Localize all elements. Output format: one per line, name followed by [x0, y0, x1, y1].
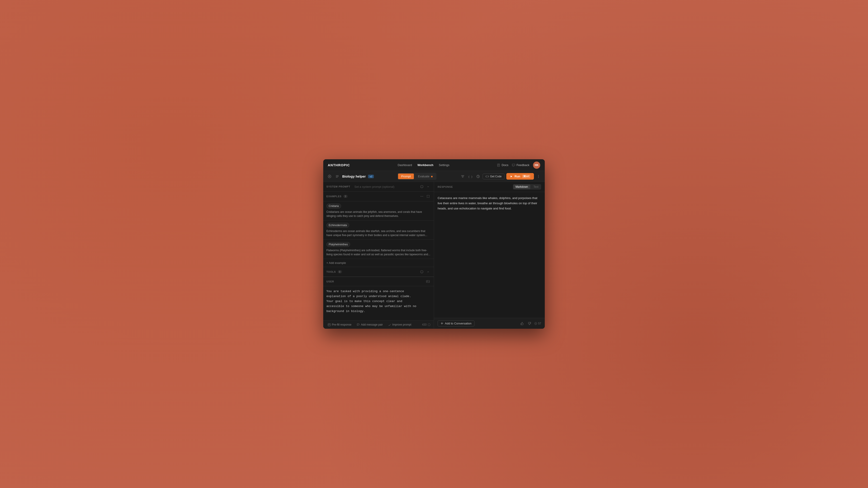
toolbar-right: { } Get Code Run ⌘+↵: [460, 173, 541, 180]
system-prompt-info-button[interactable]: i: [419, 184, 424, 189]
response-text: Cetaceans are marine mammals like whales…: [438, 196, 541, 211]
message-pair-icon: [357, 323, 360, 326]
system-prompt-expand-button[interactable]: [426, 184, 431, 189]
example-text: Echinoderms are ocean animals like starf…: [327, 229, 431, 237]
tools-icons: i: [419, 269, 431, 274]
tab-markdown[interactable]: Markdown: [513, 185, 530, 189]
example-tag[interactable]: Echinodermata: [327, 223, 349, 228]
tab-switcher: Prompt Evaluate: [397, 173, 436, 180]
char-count: 433 i: [422, 323, 431, 326]
svg-point-13: [538, 176, 539, 176]
tab-prompt[interactable]: Prompt: [398, 173, 414, 179]
user-text: You are tasked with providing a one-sent…: [327, 289, 431, 314]
examples-expand-button[interactable]: [426, 194, 431, 199]
svg-point-12: [538, 175, 539, 175]
example-item: Cnidaria Cnidarians are ocean animals li…: [323, 201, 434, 221]
improve-prompt-button[interactable]: Improve prompt: [387, 322, 412, 327]
docs-button[interactable]: Docs: [497, 163, 508, 167]
svg-point-14: [538, 177, 539, 177]
user-image-button[interactable]: [425, 279, 431, 284]
example-item: Echinodermata Echinoderms are ocean anim…: [323, 221, 434, 240]
run-button[interactable]: Run ⌘+↵: [506, 173, 534, 180]
app-window: ANTHROPIC Dashboard Workbench Settings D…: [323, 159, 545, 329]
char-info-icon: i: [428, 323, 431, 326]
tools-expand-button[interactable]: [426, 269, 431, 274]
example-tag[interactable]: Platyhelminthes: [327, 242, 350, 247]
project-title: Biology helper: [342, 174, 366, 178]
thumbs-up-button[interactable]: [520, 321, 525, 326]
examples-count: 3: [343, 195, 348, 198]
tools-count: 0: [338, 270, 342, 273]
code-icon: [486, 175, 489, 178]
list-button[interactable]: [335, 174, 340, 179]
toolbar-left: Biology helper v2: [327, 174, 374, 179]
nav-dashboard[interactable]: Dashboard: [398, 162, 412, 168]
response-label: RESPONSE: [438, 186, 453, 188]
avatar[interactable]: HK: [533, 162, 540, 169]
left-panel: SYSTEM PROMPT Set a system prompt (optio…: [323, 182, 434, 329]
main-content: SYSTEM PROMPT Set a system prompt (optio…: [323, 182, 545, 329]
evaluate-dot: [431, 176, 433, 177]
user-content[interactable]: You are tasked with providing a one-sent…: [323, 286, 434, 320]
examples-more-button[interactable]: [419, 194, 424, 199]
example-item: Platyhelminthes Flatworms (Platyhelminth…: [323, 240, 434, 259]
version-badge: v2: [368, 175, 374, 178]
svg-text:{ }: { }: [468, 175, 473, 178]
thumbs-down-icon: [528, 322, 531, 325]
add-example-button[interactable]: + Add example: [323, 259, 434, 267]
thumbs-down-button[interactable]: [527, 321, 532, 326]
example-tag[interactable]: Cnidaria: [327, 203, 341, 208]
svg-text:i: i: [422, 271, 422, 273]
tools-label: TOOLS 0: [327, 270, 342, 273]
prefill-icon: [328, 323, 331, 326]
system-prompt-section: SYSTEM PROMPT Set a system prompt (optio…: [323, 182, 434, 192]
header: ANTHROPIC Dashboard Workbench Settings D…: [323, 159, 545, 171]
user-label: USER: [327, 280, 334, 283]
logo: ANTHROPIC: [328, 163, 350, 167]
json-button[interactable]: { }: [467, 174, 473, 179]
svg-point-29: [534, 322, 537, 325]
feedback-actions: 57: [520, 321, 541, 326]
examples-icons: [419, 194, 431, 199]
system-prompt-label: SYSTEM PROMPT: [327, 185, 350, 188]
improve-icon: [388, 323, 391, 326]
add-button[interactable]: [327, 174, 332, 179]
example-text: Flatworms (Platyhelminthes) are soft-bod…: [327, 248, 431, 256]
run-shortcut: ⌘+↵: [522, 175, 530, 178]
thumbs-up-icon: [520, 322, 524, 325]
filter-button[interactable]: [460, 174, 465, 179]
token-count: 57: [534, 322, 541, 325]
feedback-button[interactable]: Feedback: [512, 163, 529, 167]
user-section: USER You are tasked with providing a one…: [323, 277, 434, 320]
get-code-button[interactable]: Get Code: [483, 173, 504, 180]
svg-text:i: i: [429, 324, 430, 326]
history-button[interactable]: [475, 174, 481, 179]
user-header: USER: [323, 277, 434, 286]
prefill-response-button[interactable]: Pre-fill response: [327, 322, 353, 327]
svg-rect-22: [426, 281, 430, 283]
response-footer: Add to Conversation: [434, 318, 545, 329]
response-tabs: Markdown Text: [513, 184, 541, 190]
svg-text:i: i: [422, 186, 422, 188]
more-options-button[interactable]: [536, 174, 541, 179]
examples-header: EXAMPLES 3: [323, 192, 434, 201]
add-message-pair-button[interactable]: Add message pair: [355, 322, 384, 327]
response-header: RESPONSE Markdown Text: [434, 182, 545, 192]
svg-point-30: [535, 323, 536, 324]
tools-header: TOOLS 0 i: [323, 267, 434, 277]
tab-evaluate[interactable]: Evaluate: [415, 173, 436, 179]
examples-section: EXAMPLES 3: [323, 192, 434, 267]
system-prompt-placeholder[interactable]: Set a system prompt (optional): [354, 185, 395, 188]
nav-settings[interactable]: Settings: [439, 162, 450, 168]
examples-label: EXAMPLES 3: [327, 195, 348, 198]
tab-text[interactable]: Text: [531, 185, 541, 189]
tools-info-button[interactable]: i: [419, 269, 424, 274]
bottom-bar: Pre-fill response Add message pair Impro…: [323, 320, 434, 329]
svg-point-18: [422, 196, 422, 197]
add-to-conversation-button[interactable]: Add to Conversation: [438, 320, 474, 326]
tools-section: TOOLS 0 i: [323, 267, 434, 277]
toolbar: Biology helper v2 Prompt Evaluate { }: [323, 171, 545, 182]
svg-point-19: [423, 196, 423, 197]
example-text: Cnidarians are ocean animals like jellyf…: [327, 210, 431, 218]
nav-workbench[interactable]: Workbench: [417, 162, 434, 168]
